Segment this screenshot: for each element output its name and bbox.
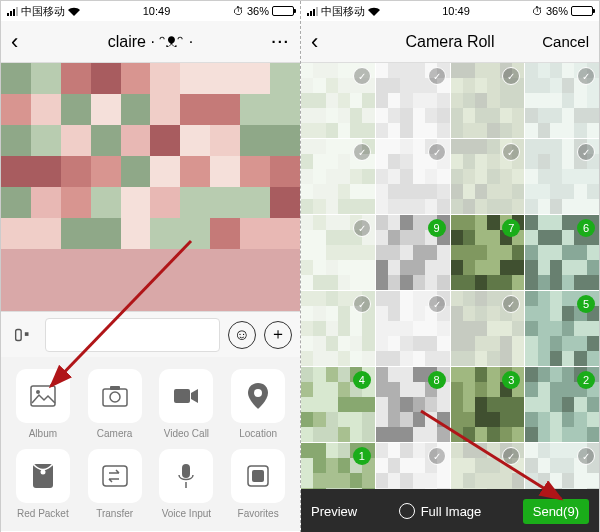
selection-badge[interactable]: 2	[577, 371, 595, 389]
action-label: Album	[29, 428, 57, 439]
photo-thumb[interactable]: 6	[525, 215, 599, 290]
svg-point-8	[254, 389, 262, 397]
screen-camera-roll: 中国移动 10:49 ⏱ 36% ‹ Camera Roll Cancel ✓✓…	[300, 1, 599, 532]
selection-badge[interactable]: 9	[428, 219, 446, 237]
selection-badge[interactable]: 1	[353, 447, 371, 465]
chat-nav: ‹ claire · ᵔᴥᵔ · ···	[1, 21, 300, 63]
action-label: Red Packet	[17, 508, 69, 519]
photo-thumb[interactable]: 4	[301, 367, 375, 442]
plus-button[interactable]: ＋	[264, 321, 292, 349]
photo-thumb[interactable]: ✓	[301, 63, 375, 138]
selection-badge-empty[interactable]: ✓	[353, 143, 371, 161]
selection-badge-empty[interactable]: ✓	[502, 67, 520, 85]
cancel-button[interactable]: Cancel	[529, 33, 589, 50]
back-button[interactable]: ‹	[11, 29, 71, 55]
photo-thumb[interactable]: ✓	[301, 291, 375, 366]
alarm-icon: ⏱	[532, 5, 543, 17]
selection-badge-empty[interactable]: ✓	[428, 67, 446, 85]
favorites-icon	[231, 449, 285, 503]
selection-badge[interactable]: 4	[353, 371, 371, 389]
svg-rect-0	[16, 329, 22, 340]
svg-line-16	[421, 411, 561, 499]
photo-thumb[interactable]: 5	[525, 291, 599, 366]
photo-thumb[interactable]: ✓	[525, 63, 599, 138]
status-bar: 中国移动 10:49 ⏱ 36%	[301, 1, 599, 21]
selection-badge-empty[interactable]: ✓	[353, 295, 371, 313]
clock: 10:49	[143, 5, 171, 17]
selection-badge-empty[interactable]: ✓	[353, 219, 371, 237]
voice-toggle-icon[interactable]	[9, 321, 37, 349]
selection-badge-empty[interactable]: ✓	[428, 143, 446, 161]
selection-badge-empty[interactable]: ✓	[577, 67, 595, 85]
svg-rect-11	[103, 466, 127, 486]
battery-percent: 36%	[546, 5, 568, 17]
action-label: Transfer	[96, 508, 133, 519]
annotation-arrow-album	[41, 231, 201, 405]
signal-icon	[307, 7, 318, 16]
chat-title: claire · ᵔᴥᵔ ·	[108, 32, 193, 51]
wifi-icon	[368, 7, 380, 16]
carrier-label: 中国移动	[321, 4, 365, 19]
selection-badge-empty[interactable]: ✓	[428, 295, 446, 313]
photo-thumb[interactable]: ✓	[301, 215, 375, 290]
photo-thumb[interactable]: ✓	[376, 139, 450, 214]
photo-thumb[interactable]: ✓	[451, 63, 525, 138]
status-bar: 中国移动 10:49 ⏱ 36%	[1, 1, 300, 21]
battery-icon	[272, 6, 294, 16]
more-button[interactable]: ···	[230, 33, 290, 50]
preview-button[interactable]: Preview	[311, 504, 357, 519]
photo-thumb[interactable]: ✓	[376, 291, 450, 366]
carrier-label: 中国移动	[21, 4, 65, 19]
photo-thumb[interactable]: ✓	[525, 139, 599, 214]
action-location[interactable]: Location	[224, 369, 292, 439]
action-transfer[interactable]: Transfer	[81, 449, 149, 519]
picker-title: Camera Roll	[406, 33, 495, 51]
screen-chat: 中国移动 10:49 ⏱ 36% ‹ claire · ᵔᴥᵔ · ··· ☺	[1, 1, 300, 532]
selection-badge[interactable]: 8	[428, 371, 446, 389]
clock: 10:49	[442, 5, 470, 17]
svg-rect-14	[252, 470, 264, 482]
battery-percent: 36%	[247, 5, 269, 17]
action-label: Location	[239, 428, 277, 439]
voiceinput-icon	[159, 449, 213, 503]
action-favorites[interactable]: Favorites	[224, 449, 292, 519]
alarm-icon: ⏱	[233, 5, 244, 17]
svg-rect-12	[182, 464, 190, 478]
signal-icon	[7, 7, 18, 16]
photo-thumb[interactable]: ✓	[451, 139, 525, 214]
action-label: Camera	[97, 428, 133, 439]
annotation-arrow-send	[411, 401, 581, 515]
photo-thumb[interactable]: 9	[376, 215, 450, 290]
emoji-button[interactable]: ☺	[228, 321, 256, 349]
location-icon	[231, 369, 285, 423]
transfer-icon	[88, 449, 142, 503]
action-voiceinput[interactable]: Voice Input	[153, 449, 221, 519]
selection-badge-empty[interactable]: ✓	[353, 67, 371, 85]
selection-badge[interactable]: 5	[577, 295, 595, 313]
picker-nav: ‹ Camera Roll Cancel	[301, 21, 599, 63]
photo-thumb[interactable]: ✓	[451, 291, 525, 366]
selection-badge[interactable]: 6	[577, 219, 595, 237]
redpacket-icon	[16, 449, 70, 503]
photo-thumb[interactable]: ✓	[376, 63, 450, 138]
action-label: Favorites	[238, 508, 279, 519]
svg-line-15	[51, 241, 191, 386]
selection-badge-empty[interactable]: ✓	[502, 143, 520, 161]
back-button[interactable]: ‹	[311, 29, 371, 55]
svg-point-3	[36, 390, 40, 394]
battery-icon	[571, 6, 593, 16]
action-label: Video Call	[164, 428, 209, 439]
action-label: Voice Input	[162, 508, 211, 519]
wifi-icon	[68, 7, 80, 16]
action-redpacket[interactable]: Red Packet	[9, 449, 77, 519]
photo-thumb[interactable]: 7	[451, 215, 525, 290]
svg-rect-1	[25, 332, 29, 336]
svg-point-10	[40, 470, 45, 475]
selection-badge-empty[interactable]: ✓	[502, 295, 520, 313]
photo-thumb[interactable]: ✓	[301, 139, 375, 214]
selection-badge-empty[interactable]: ✓	[577, 143, 595, 161]
